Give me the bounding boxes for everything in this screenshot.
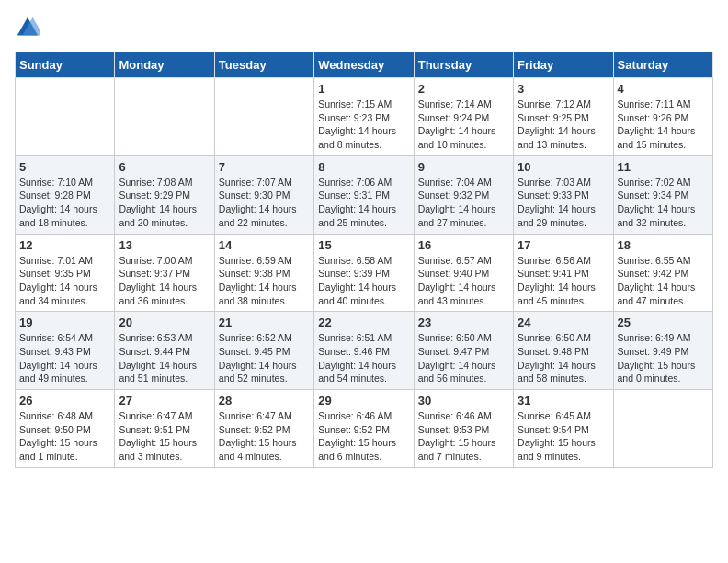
day-info: Sunrise: 7:04 AMSunset: 9:32 PMDaylight:…	[418, 176, 509, 230]
day-number: 10	[518, 160, 609, 174]
day-number: 23	[418, 316, 509, 329]
day-info: Sunrise: 6:57 AMSunset: 9:40 PMDaylight:…	[418, 254, 509, 308]
day-info: Sunrise: 7:14 AMSunset: 9:24 PMDaylight:…	[418, 98, 509, 152]
calendar-cell: 2Sunrise: 7:14 AMSunset: 9:24 PMDaylight…	[414, 78, 513, 156]
day-info: Sunrise: 7:10 AMSunset: 9:28 PMDaylight:…	[19, 176, 110, 230]
calendar-table: SundayMondayTuesdayWednesdayThursdayFrid…	[15, 52, 713, 468]
day-info: Sunrise: 7:01 AMSunset: 9:35 PMDaylight:…	[19, 254, 110, 308]
day-number: 17	[518, 238, 609, 252]
day-number: 2	[418, 82, 509, 96]
day-info: Sunrise: 6:48 AMSunset: 9:50 PMDaylight:…	[19, 409, 110, 464]
day-info: Sunrise: 7:03 AMSunset: 9:33 PMDaylight:…	[518, 176, 609, 230]
calendar-cell: 31Sunrise: 6:45 AMSunset: 9:54 PMDayligh…	[514, 390, 613, 468]
day-number: 13	[119, 238, 210, 252]
calendar-week-row: 26Sunrise: 6:48 AMSunset: 9:50 PMDayligh…	[16, 390, 713, 468]
calendar-cell: 29Sunrise: 6:46 AMSunset: 9:52 PMDayligh…	[314, 390, 414, 468]
day-info: Sunrise: 6:49 AMSunset: 9:49 PMDaylight:…	[618, 331, 709, 385]
day-number: 29	[318, 394, 409, 408]
day-number: 22	[318, 316, 409, 329]
day-info: Sunrise: 7:06 AMSunset: 9:31 PMDaylight:…	[318, 176, 409, 230]
calendar-cell	[613, 390, 712, 468]
weekday-header: Monday	[115, 52, 214, 78]
day-number: 31	[518, 394, 609, 408]
weekday-header: Wednesday	[314, 52, 414, 78]
calendar-cell: 20Sunrise: 6:53 AMSunset: 9:44 PMDayligh…	[115, 312, 214, 390]
page-header	[15, 15, 713, 40]
calendar-cell: 24Sunrise: 6:50 AMSunset: 9:48 PMDayligh…	[514, 312, 613, 390]
weekday-header: Thursday	[414, 52, 513, 78]
day-info: Sunrise: 7:12 AMSunset: 9:25 PMDaylight:…	[518, 98, 609, 152]
calendar-cell: 9Sunrise: 7:04 AMSunset: 9:32 PMDaylight…	[414, 155, 513, 234]
day-info: Sunrise: 7:15 AMSunset: 9:23 PMDaylight:…	[318, 98, 409, 152]
day-info: Sunrise: 6:46 AMSunset: 9:52 PMDaylight:…	[318, 409, 409, 464]
day-number: 12	[19, 238, 110, 252]
calendar-week-row: 5Sunrise: 7:10 AMSunset: 9:28 PMDaylight…	[16, 155, 713, 234]
calendar-cell: 17Sunrise: 6:56 AMSunset: 9:41 PMDayligh…	[514, 234, 613, 312]
day-number: 5	[19, 160, 110, 174]
day-number: 6	[119, 160, 210, 174]
calendar-week-row: 1Sunrise: 7:15 AMSunset: 9:23 PMDaylight…	[16, 78, 713, 156]
logo	[15, 15, 44, 40]
day-info: Sunrise: 7:02 AMSunset: 9:34 PMDaylight:…	[618, 176, 709, 230]
day-info: Sunrise: 6:51 AMSunset: 9:46 PMDaylight:…	[318, 331, 409, 385]
calendar-cell: 25Sunrise: 6:49 AMSunset: 9:49 PMDayligh…	[613, 312, 712, 390]
calendar-cell	[115, 78, 214, 156]
day-number: 27	[119, 394, 210, 408]
calendar-cell: 4Sunrise: 7:11 AMSunset: 9:26 PMDaylight…	[613, 78, 712, 156]
day-number: 11	[618, 160, 709, 174]
calendar-cell: 14Sunrise: 6:59 AMSunset: 9:38 PMDayligh…	[214, 234, 313, 312]
day-info: Sunrise: 6:47 AMSunset: 9:52 PMDaylight:…	[219, 409, 310, 464]
calendar-week-row: 19Sunrise: 6:54 AMSunset: 9:43 PMDayligh…	[16, 312, 713, 390]
day-info: Sunrise: 7:07 AMSunset: 9:30 PMDaylight:…	[219, 176, 310, 230]
day-info: Sunrise: 6:58 AMSunset: 9:39 PMDaylight:…	[318, 254, 409, 308]
calendar-cell	[214, 78, 313, 156]
day-info: Sunrise: 7:08 AMSunset: 9:29 PMDaylight:…	[119, 176, 210, 230]
calendar-cell: 11Sunrise: 7:02 AMSunset: 9:34 PMDayligh…	[613, 155, 712, 234]
calendar-cell: 16Sunrise: 6:57 AMSunset: 9:40 PMDayligh…	[414, 234, 513, 312]
calendar-week-row: 12Sunrise: 7:01 AMSunset: 9:35 PMDayligh…	[16, 234, 713, 312]
calendar-cell: 30Sunrise: 6:46 AMSunset: 9:53 PMDayligh…	[414, 390, 513, 468]
calendar-cell: 13Sunrise: 7:00 AMSunset: 9:37 PMDayligh…	[115, 234, 214, 312]
day-number: 15	[318, 238, 409, 252]
calendar-cell: 12Sunrise: 7:01 AMSunset: 9:35 PMDayligh…	[16, 234, 115, 312]
day-number: 19	[19, 316, 110, 329]
day-number: 7	[219, 160, 310, 174]
day-number: 14	[219, 238, 310, 252]
calendar-cell: 23Sunrise: 6:50 AMSunset: 9:47 PMDayligh…	[414, 312, 513, 390]
day-number: 8	[318, 160, 409, 174]
day-info: Sunrise: 6:50 AMSunset: 9:47 PMDaylight:…	[418, 331, 509, 385]
calendar-cell: 21Sunrise: 6:52 AMSunset: 9:45 PMDayligh…	[214, 312, 313, 390]
calendar-cell: 8Sunrise: 7:06 AMSunset: 9:31 PMDaylight…	[314, 155, 414, 234]
day-number: 30	[418, 394, 509, 408]
weekday-header: Friday	[514, 52, 613, 78]
calendar-cell	[16, 78, 115, 156]
calendar-cell: 5Sunrise: 7:10 AMSunset: 9:28 PMDaylight…	[16, 155, 115, 234]
day-info: Sunrise: 6:56 AMSunset: 9:41 PMDaylight:…	[518, 254, 609, 308]
day-number: 4	[618, 82, 709, 96]
weekday-header: Tuesday	[214, 52, 313, 78]
calendar-cell: 26Sunrise: 6:48 AMSunset: 9:50 PMDayligh…	[16, 390, 115, 468]
day-info: Sunrise: 6:45 AMSunset: 9:54 PMDaylight:…	[518, 409, 609, 464]
day-number: 9	[418, 160, 509, 174]
day-number: 28	[219, 394, 310, 408]
day-info: Sunrise: 6:55 AMSunset: 9:42 PMDaylight:…	[618, 254, 709, 308]
day-info: Sunrise: 6:50 AMSunset: 9:48 PMDaylight:…	[518, 331, 609, 385]
calendar-cell: 22Sunrise: 6:51 AMSunset: 9:46 PMDayligh…	[314, 312, 414, 390]
calendar-cell: 28Sunrise: 6:47 AMSunset: 9:52 PMDayligh…	[214, 390, 313, 468]
calendar-cell: 1Sunrise: 7:15 AMSunset: 9:23 PMDaylight…	[314, 78, 414, 156]
day-number: 1	[318, 82, 409, 96]
day-info: Sunrise: 6:53 AMSunset: 9:44 PMDaylight:…	[119, 331, 210, 385]
day-info: Sunrise: 7:11 AMSunset: 9:26 PMDaylight:…	[618, 98, 709, 152]
day-number: 21	[219, 316, 310, 329]
calendar-cell: 27Sunrise: 6:47 AMSunset: 9:51 PMDayligh…	[115, 390, 214, 468]
day-info: Sunrise: 6:46 AMSunset: 9:53 PMDaylight:…	[418, 409, 509, 464]
day-info: Sunrise: 7:00 AMSunset: 9:37 PMDaylight:…	[119, 254, 210, 308]
day-info: Sunrise: 6:54 AMSunset: 9:43 PMDaylight:…	[19, 331, 110, 385]
day-number: 16	[418, 238, 509, 252]
calendar-cell: 10Sunrise: 7:03 AMSunset: 9:33 PMDayligh…	[514, 155, 613, 234]
day-number: 20	[119, 316, 210, 329]
calendar-cell: 18Sunrise: 6:55 AMSunset: 9:42 PMDayligh…	[613, 234, 712, 312]
day-number: 18	[618, 238, 709, 252]
day-number: 24	[518, 316, 609, 329]
logo-icon	[15, 15, 40, 40]
